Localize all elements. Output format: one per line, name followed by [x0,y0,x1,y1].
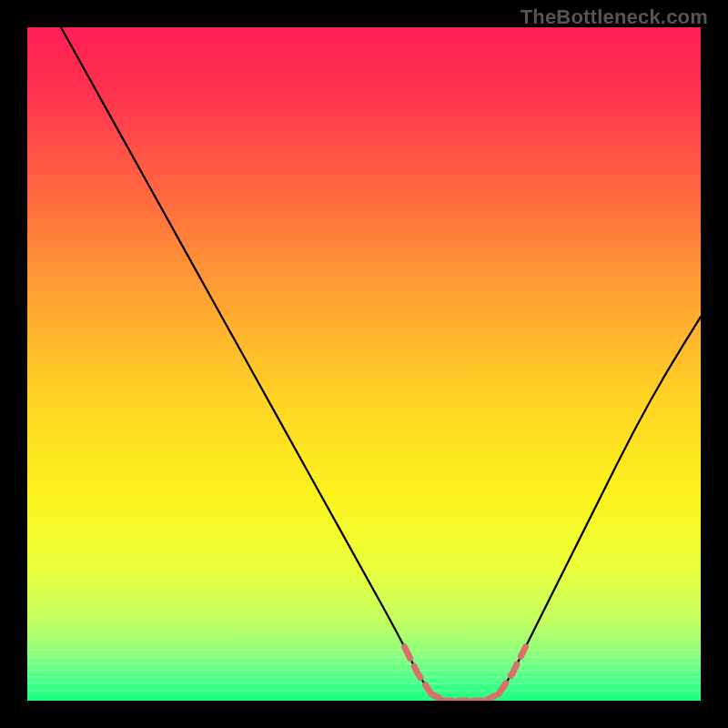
plot-area [27,27,701,701]
watermark-text: TheBottleneck.com [521,5,708,29]
curve-layer [27,27,701,701]
bottleneck-zone-markers [404,647,525,701]
bottleneck-curve [61,27,701,701]
chart-stage: TheBottleneck.com [0,0,728,728]
